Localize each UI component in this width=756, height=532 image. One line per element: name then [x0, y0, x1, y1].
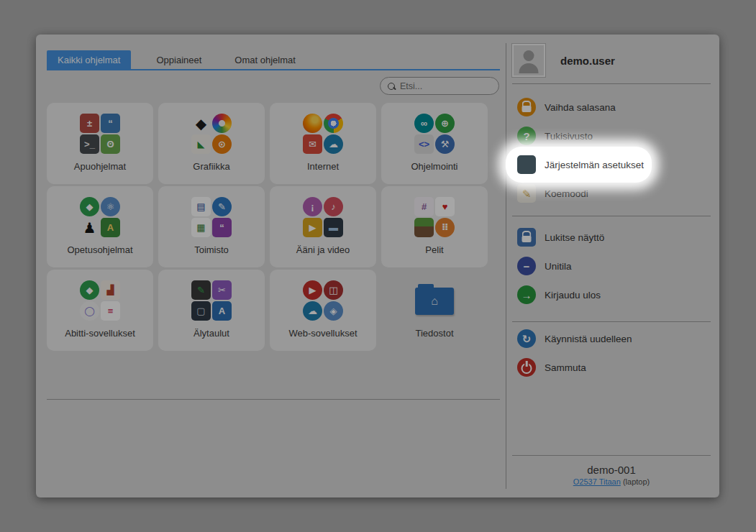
- cloud-app-icon: ☁: [303, 301, 322, 321]
- mouse-settings-icon: ʘ: [101, 134, 120, 154]
- calculator-icon: ±: [80, 114, 99, 133]
- lock-screen-icon: [517, 228, 536, 247]
- sidebar-divider: [512, 83, 711, 84]
- blender-icon: ⊙: [212, 134, 232, 154]
- card-game-icon: ♥: [435, 197, 455, 216]
- minecraft-icon: [414, 218, 434, 237]
- category-ääni-ja-video[interactable]: ¡♪▶▬Ääni ja video: [270, 186, 376, 267]
- menu-item-label: Kirjaudu ulos: [545, 290, 601, 301]
- writer-document-icon: ▤: [191, 197, 211, 216]
- menu-item-label: Järjestelmän asetukset: [545, 160, 644, 170]
- code-editor-icon: <>: [414, 134, 434, 154]
- category-ohjelmointi[interactable]: ∞⊕<>⚒Ohjelmointi: [381, 103, 488, 184]
- statistics-icon: ▟: [101, 280, 120, 300]
- science-atom-icon: ⚛: [101, 197, 120, 216]
- search-box[interactable]: [380, 77, 499, 95]
- firefox-icon: [303, 114, 322, 133]
- education-cap-icon: ◆: [80, 197, 99, 216]
- user-sidebar: demo.user Vaihda salasana?TukisivustoJär…: [512, 35, 711, 497]
- abitti-cap-icon: ◆: [80, 280, 99, 300]
- cloud-icon: ☁: [324, 134, 343, 154]
- username: demo.user: [560, 55, 615, 67]
- menu-item-label: Unitila: [545, 261, 572, 272]
- category-icons: ◆▟◯≡: [80, 280, 120, 321]
- category-internet[interactable]: ✉☁Internet: [270, 103, 376, 184]
- category-icons: ▤✎▦“: [191, 197, 232, 237]
- category-grid: ±“>_ʘApuohjelmat◆◣⊙Grafiikka✉☁Internet∞⊕…: [47, 103, 488, 351]
- search-input[interactable]: [400, 81, 491, 91]
- category-toimisto[interactable]: ▤✎▦“Toimisto: [158, 186, 265, 267]
- category-icons: ✎✂▢A: [191, 280, 232, 321]
- video-editor-icon: ▬: [324, 218, 343, 237]
- quotes-icon: “: [212, 218, 232, 237]
- category-icons: ¡♪▶▬: [303, 197, 343, 237]
- category-opetusohjelmat[interactable]: ◆⚛♟AOpetusohjelmat: [47, 186, 153, 267]
- build-tool-icon: ⚒: [435, 134, 455, 154]
- menu-item-label: Koemoodi: [545, 188, 588, 199]
- chalkboard-icon: A: [101, 218, 120, 237]
- category-icons: ±“>_ʘ: [80, 114, 120, 154]
- device-line: O2537 Titaan (laptop): [512, 477, 711, 486]
- menu-item-vaihda-salasana[interactable]: Vaihda salasana: [512, 93, 711, 121]
- crop-tool-icon: ✂: [212, 280, 232, 300]
- menu-power-section: ↻Käynnistä uudelleenSammuta: [512, 324, 711, 382]
- menu-item-kirjaudu-ulos[interactable]: →Kirjaudu ulos: [512, 280, 711, 309]
- category-icons: ▶◫☁◈: [303, 280, 343, 321]
- menu-item-label: Lukitse näyttö: [545, 232, 604, 243]
- home-folder-icon: [415, 288, 454, 315]
- category-label: Älytaulut: [193, 328, 229, 339]
- terminal-icon: >_: [80, 134, 99, 154]
- category-label: Pelit: [425, 244, 443, 255]
- menu-item-label: Sammuta: [545, 362, 586, 373]
- text-document-icon: A: [212, 301, 232, 321]
- tab-oppiaineet[interactable]: Oppiaineet: [145, 50, 212, 69]
- screen-share-icon: ▢: [191, 301, 211, 321]
- pen-icon: ✎: [212, 197, 232, 216]
- category-label: Opetusohjelmat: [67, 244, 132, 255]
- left-panel-divider: [47, 399, 500, 400]
- screenshot-icon: “: [101, 114, 120, 133]
- tab-omat-ohjelmat[interactable]: Omat ohjelmat: [224, 50, 306, 69]
- category-label: Ohjelmointi: [411, 161, 457, 172]
- chrome-icon: [324, 114, 343, 133]
- color-wheel-icon: [212, 114, 232, 133]
- menu-item-sammuta[interactable]: Sammuta: [512, 353, 711, 382]
- category-älytaulut[interactable]: ✎✂▢AÄlytaulut: [158, 270, 265, 351]
- panel-vertical-divider: [506, 43, 506, 489]
- category-pelit[interactable]: #♥⠿Pelit: [381, 186, 488, 267]
- spreadsheet-icon: ▦: [191, 218, 211, 237]
- help-icon: ?: [517, 127, 536, 145]
- menu-item-järjestelmän-asetukset[interactable]: Järjestelmän asetukset: [512, 150, 711, 179]
- menu-item-lukitse-näyttö[interactable]: Lukitse näyttö: [512, 223, 711, 252]
- category-grafiikka[interactable]: ◆◣⊙Grafiikka: [158, 103, 265, 184]
- menu-session-section: Lukitse näyttö−Unitila→Kirjaudu ulos: [512, 223, 711, 309]
- tab-kaikki-ohjelmat[interactable]: Kaikki ohjelmat: [47, 50, 131, 69]
- media-player-icon: ▶: [303, 218, 322, 237]
- device-link[interactable]: O2537 Titaan: [573, 477, 621, 486]
- category-abitti-sovellukset[interactable]: ◆▟◯≡Abitti-sovellukset: [47, 270, 153, 351]
- tab-bar: Kaikki ohjelmatOppiaineetOmat ohjelmat: [47, 50, 500, 69]
- sleep-icon: −: [517, 257, 536, 275]
- menu-item-tukisivusto[interactable]: ?Tukisivusto: [512, 121, 711, 150]
- music-note-icon: ♪: [324, 197, 343, 216]
- sudoku-icon: #: [414, 197, 434, 216]
- device-type: (laptop): [623, 477, 650, 486]
- category-label: Internet: [307, 161, 339, 172]
- device-footer: demo-001 O2537 Titaan (laptop): [512, 464, 711, 486]
- inkscape-icon: ◆: [191, 114, 211, 133]
- menu-account-section: Vaihda salasana?TukisivustoJärjestelmän …: [512, 93, 711, 208]
- category-icons: ✉☁: [303, 114, 343, 154]
- category-web-sovellukset[interactable]: ▶◫☁◈Web-sovellukset: [270, 270, 376, 351]
- category-tiedostot[interactable]: Tiedostot: [381, 270, 488, 351]
- menu-item-koemoodi[interactable]: ✎Koemoodi: [512, 179, 711, 208]
- library-book-icon: ◫: [324, 280, 343, 300]
- email-icon: ✉: [303, 134, 322, 154]
- sidebar-divider: [512, 216, 711, 216]
- web-browser-icon: ◈: [324, 301, 343, 321]
- category-apuohjelmat[interactable]: ±“>_ʘApuohjelmat: [47, 103, 153, 184]
- menu-item-unitila[interactable]: −Unitila: [512, 252, 711, 280]
- logout-icon: →: [517, 285, 536, 304]
- menu-item-käynnistä-uudelleen[interactable]: ↻Käynnistä uudelleen: [512, 324, 711, 353]
- microphone-icon: ¡: [303, 197, 322, 216]
- password-lock-icon: [517, 98, 536, 116]
